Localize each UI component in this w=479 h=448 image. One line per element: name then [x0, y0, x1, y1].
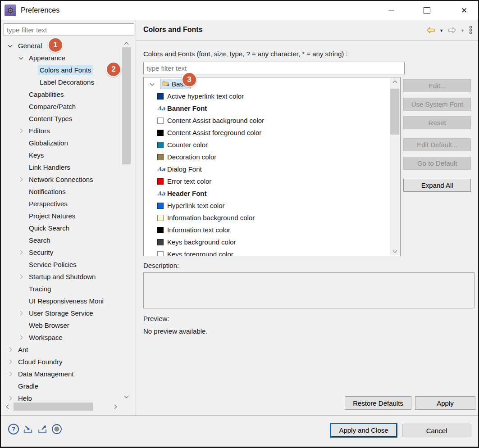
- fontlist-item-label: Keys background color: [167, 238, 236, 246]
- sidebar-item-label: User Storage Service: [27, 308, 95, 318]
- sidebar-item-tracing[interactable]: Tracing: [1, 283, 121, 295]
- fontlist-item-keys-background-color[interactable]: Keys background color: [144, 236, 388, 248]
- collapsed-chevron-icon[interactable]: [17, 312, 24, 315]
- collapsed-chevron-icon[interactable]: [17, 336, 24, 339]
- scrollbar-thumb[interactable]: [390, 89, 399, 135]
- sidebar-item-user-storage-service[interactable]: User Storage Service: [1, 307, 121, 319]
- sidebar-item-label-decorations[interactable]: Label Decorations: [1, 76, 121, 88]
- expanded-chevron-icon[interactable]: [17, 57, 24, 59]
- fontlist-item-information-text-color[interactable]: Information text color: [144, 224, 388, 236]
- sidebar-item-notifications[interactable]: Notifications: [1, 186, 121, 198]
- collapsed-chevron-icon[interactable]: [17, 129, 24, 132]
- sidebar-item-cloud-foundry[interactable]: Cloud Foundry: [1, 356, 121, 368]
- collapsed-chevron-icon[interactable]: [17, 178, 24, 181]
- fontlist-item-keys-foreground-color[interactable]: Keys foreground color: [144, 248, 388, 256]
- export-icon[interactable]: [37, 424, 48, 434]
- sidebar-item-label: Appearance: [27, 53, 67, 63]
- fontlist-item-banner-font[interactable]: AaBanner Font: [144, 102, 388, 114]
- record-icon[interactable]: [51, 424, 62, 434]
- scroll-up-icon[interactable]: [390, 78, 400, 86]
- fontlist-filter-input[interactable]: [143, 62, 405, 74]
- scrollbar-thumb[interactable]: [122, 47, 131, 164]
- category-row-basic[interactable]: a Basic: [144, 78, 388, 90]
- sidebar-item-compare-patch[interactable]: Compare/Patch: [1, 100, 121, 113]
- sidebar-filter-input[interactable]: [4, 23, 134, 36]
- fontlist-item-content-assist-background-color[interactable]: Content Assist background color: [144, 114, 388, 127]
- sidebar-item-web-browser[interactable]: Web Browser: [1, 319, 121, 331]
- sidebar-item-label: UI Responsiveness Moni: [27, 296, 105, 306]
- sidebar-item-data-management[interactable]: Data Management: [1, 368, 121, 380]
- expanded-chevron-icon[interactable]: [6, 45, 14, 47]
- collapsed-chevron-icon[interactable]: [6, 397, 14, 400]
- sidebar-item-project-natures[interactable]: Project Natures: [1, 210, 121, 222]
- back-icon[interactable]: [426, 27, 435, 36]
- sidebar-item-content-types[interactable]: Content Types: [1, 113, 121, 125]
- sidebar-item-label: Network Connections: [27, 174, 95, 185]
- maximize-button[interactable]: [417, 1, 437, 20]
- sidebar-item-gradle[interactable]: Gradle: [1, 380, 121, 392]
- import-icon[interactable]: [23, 424, 33, 434]
- sidebar-item-search[interactable]: Search: [1, 234, 121, 246]
- fontlist-item-decoration-color[interactable]: Decoration color: [144, 151, 388, 163]
- go-to-default-button: Go to Default: [403, 157, 471, 170]
- collapsed-chevron-icon[interactable]: [17, 251, 24, 254]
- collapsed-chevron-icon[interactable]: [6, 372, 14, 376]
- forward-icon: [447, 27, 456, 36]
- restore-defaults-button[interactable]: Restore Defaults: [345, 396, 411, 410]
- view-menu-icon[interactable]: [469, 26, 473, 36]
- fontlist-item-hyperlink-text-color[interactable]: Hyperlink text color: [144, 199, 388, 212]
- scrollbar-thumb[interactable]: [14, 403, 93, 411]
- scroll-down-icon[interactable]: [390, 247, 400, 255]
- cancel-button[interactable]: Cancel: [402, 424, 471, 437]
- sidebar-item-label: Project Natures: [27, 211, 77, 221]
- forward-history-menu-icon[interactable]: ▼: [461, 29, 465, 33]
- sidebar-item-perspectives[interactable]: Perspectives: [1, 198, 121, 210]
- sidebar-horizontal-scrollbar[interactable]: [4, 402, 119, 411]
- minimize-button[interactable]: [381, 1, 401, 20]
- scroll-right-icon[interactable]: [111, 402, 119, 411]
- close-button[interactable]: ✕: [454, 1, 474, 20]
- sidebar-item-quick-search[interactable]: Quick Search: [1, 222, 121, 234]
- annotation-badge-3: 3: [182, 72, 197, 87]
- sidebar-item-link-handlers[interactable]: Link Handlers: [1, 161, 121, 173]
- sidebar-item-globalization[interactable]: Globalization: [1, 137, 121, 149]
- fontlist-item-information-background-color[interactable]: Information background color: [144, 212, 388, 224]
- sidebar-vertical-scrollbar[interactable]: [122, 40, 131, 401]
- sidebar-item-label: Gradle: [16, 381, 40, 391]
- sidebar-item-ant[interactable]: Ant: [1, 344, 121, 356]
- reset-button: Reset: [403, 116, 471, 129]
- fontlist-item-error-text-color[interactable]: Error text color: [144, 175, 388, 187]
- expand-all-button[interactable]: Expand All: [403, 179, 471, 192]
- sidebar-item-service-policies[interactable]: Service Policies: [1, 258, 121, 271]
- apply-and-close-button[interactable]: Apply and Close: [330, 423, 397, 438]
- sidebar-item-label: Tracing: [27, 284, 53, 294]
- sidebar-item-security[interactable]: Security: [1, 246, 121, 258]
- fontlist-item-dialog-font[interactable]: AaDialog Font: [144, 163, 388, 175]
- sidebar-item-label: Startup and Shutdown: [27, 272, 97, 282]
- collapsed-chevron-icon[interactable]: [6, 348, 14, 351]
- help-icon[interactable]: ?: [8, 424, 19, 434]
- expanded-chevron-icon[interactable]: [148, 83, 155, 85]
- collapsed-chevron-icon[interactable]: [17, 275, 24, 278]
- sidebar-item-colors-and-fonts[interactable]: Colors and Fonts: [1, 64, 121, 76]
- fontlist-item-counter-color[interactable]: Counter color: [144, 139, 388, 151]
- fontlist-vertical-scrollbar[interactable]: [390, 78, 400, 255]
- fontlist-item-content-assist-foreground-color[interactable]: Content Assist foreground color: [144, 127, 388, 139]
- sidebar-item-help[interactable]: Help: [1, 392, 121, 401]
- sidebar-item-workspace[interactable]: Workspace: [1, 331, 121, 344]
- fontlist-item-active-hyperlink-text-color[interactable]: Active hyperlink text color: [144, 90, 388, 102]
- back-history-menu-icon[interactable]: ▼: [439, 29, 443, 33]
- sidebar-item-capabilities[interactable]: Capabilities: [1, 88, 121, 100]
- sidebar-item-startup-and-shutdown[interactable]: Startup and Shutdown: [1, 271, 121, 283]
- sidebar-item-keys[interactable]: Keys: [1, 149, 121, 161]
- sidebar-item-editors[interactable]: Editors: [1, 125, 121, 137]
- collapsed-chevron-icon[interactable]: [6, 360, 14, 363]
- fontlist-item-header-font[interactable]: AaHeader Font: [144, 187, 388, 199]
- scroll-left-icon[interactable]: [4, 402, 12, 411]
- sidebar-item-appearance[interactable]: Appearance: [1, 52, 121, 64]
- apply-button[interactable]: Apply: [415, 396, 475, 410]
- sidebar-item-network-connections[interactable]: Network Connections: [1, 173, 121, 186]
- sidebar-item-ui-responsiveness-moni[interactable]: UI Responsiveness Moni: [1, 295, 121, 307]
- scroll-up-icon[interactable]: [122, 40, 131, 48]
- scroll-down-icon[interactable]: [122, 393, 131, 401]
